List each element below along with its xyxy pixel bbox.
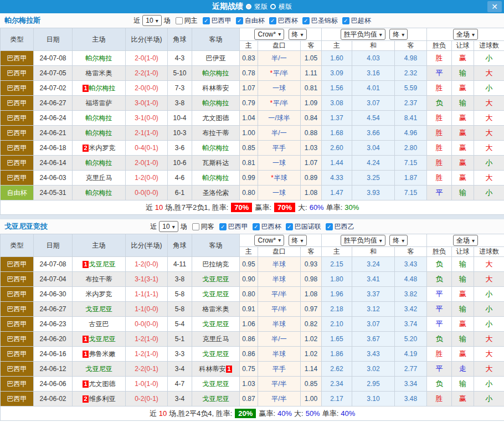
- away-team-name: 瓦斯科达: [203, 159, 229, 167]
- league-checkbox[interactable]: ✓: [236, 17, 243, 24]
- date-cell: 24-07-05: [34, 66, 73, 81]
- league-checkbox[interactable]: ✓: [219, 223, 227, 230]
- date-cell: 24-06-14: [34, 156, 73, 171]
- away-odds-cell: 0.81: [301, 81, 322, 96]
- avg-type-select[interactable]: 胜平负均值▾: [341, 29, 385, 40]
- chevron-down-icon: ▾: [278, 31, 281, 37]
- landscape-radio[interactable]: [270, 4, 276, 9]
- league-label: 巴西杯: [261, 222, 281, 231]
- corner-cell: 3-4: [168, 362, 192, 377]
- summary-text: 单率:: [322, 409, 339, 418]
- avg-type-select[interactable]: 胜平负均值▾: [341, 235, 385, 246]
- portrait-radio[interactable]: [246, 4, 251, 9]
- away-team-cell: 帕尔梅拉: [192, 96, 240, 111]
- corner-cell: 4-6: [168, 171, 192, 186]
- odds-final-select[interactable]: 终▾: [289, 29, 307, 40]
- handicap-cell: 一球: [258, 186, 301, 200]
- same-venue-checkbox[interactable]: [176, 17, 183, 24]
- match-count-select[interactable]: 10▾: [159, 221, 178, 232]
- home-odds-cell: 1.04: [240, 111, 258, 126]
- col-odds-handicap: 盘口: [258, 247, 301, 257]
- table-row: 巴西甲24-07-021帕尔梅拉2-0(0-0)7-3科林蒂安1.07一球0.8…: [1, 81, 504, 96]
- home-team-name: 帕尔梅拉: [86, 129, 112, 137]
- away-team-cell: 巴拉纳竞: [192, 257, 240, 272]
- col-avg-draw: 和: [352, 247, 395, 257]
- avg-away-cell: 5.59: [395, 81, 427, 96]
- away-team-name: 戈亚尼亚: [203, 380, 229, 388]
- league-checkbox[interactable]: ✓: [253, 223, 260, 230]
- handicap-result-cell: 输: [452, 332, 474, 347]
- handicap-result-cell: 输: [452, 302, 474, 317]
- avg-draw-cell: 3.02: [352, 362, 395, 377]
- result-cell: 胜: [427, 51, 452, 66]
- summary-row: 近10场,胜2平4负4, 胜率:20%赢率:40%大:50%单率:40%: [1, 407, 504, 421]
- league-checkbox[interactable]: ✓: [342, 17, 349, 24]
- fulltime-select[interactable]: 全场▾: [453, 235, 478, 246]
- avg-final-select[interactable]: 终▾: [389, 235, 408, 246]
- portrait-radio-label[interactable]: 竖版: [254, 2, 268, 12]
- chevron-down-icon: ▾: [472, 32, 475, 38]
- league-checkbox[interactable]: ✓: [269, 17, 276, 24]
- same-venue-checkbox[interactable]: [192, 223, 199, 230]
- away-odds-cell: 1.02: [301, 347, 322, 362]
- goals-result-cell: 大: [474, 362, 504, 377]
- home-team-cell: 帕尔梅拉: [73, 111, 126, 126]
- league-checkbox[interactable]: ✓: [302, 17, 310, 24]
- home-team-cell: 1戈亚尼亚: [73, 257, 126, 272]
- goals-result-cell: 小: [474, 81, 504, 96]
- avg-home-cell: 1.56: [322, 81, 352, 96]
- away-team-name: 戈亚尼亚: [203, 395, 229, 403]
- odds-company-select[interactable]: Crow*▾: [254, 29, 284, 40]
- avg-away-cell: 2.80: [395, 141, 427, 156]
- result-cell: 负: [427, 257, 452, 272]
- away-team-cell: 尤文图德: [192, 111, 240, 126]
- landscape-radio-label[interactable]: 横版: [279, 2, 292, 12]
- result-cell: 胜: [427, 81, 452, 96]
- section-divider: [0, 215, 504, 219]
- home-team-cell: 1帕尔梅拉: [73, 81, 126, 96]
- league-checkbox[interactable]: ✓: [203, 17, 210, 24]
- away-team-name: 圣洛伦索: [203, 189, 229, 197]
- fulltime-select[interactable]: 全场▾: [453, 29, 478, 40]
- corner-cell: 10-4: [168, 111, 192, 126]
- home-team-name: 戈亚尼亚: [89, 260, 116, 268]
- table-row: 巴西甲24-06-21帕尔梅拉2-1(1-0)10-3布拉干蒂1.00半/一0.…: [1, 126, 504, 141]
- handicap-result-cell: 输: [452, 257, 474, 272]
- avg-draw-cell: 3.37: [352, 287, 395, 302]
- handicap-result-cell: 赢: [452, 111, 474, 126]
- summary-text: 50%: [306, 409, 320, 418]
- date-cell: 24-07-08: [34, 257, 73, 272]
- home-team-cell: 1尤文图德: [73, 377, 126, 392]
- col-odds-home: 主: [240, 247, 258, 257]
- handicap-cell: 半球: [258, 272, 301, 287]
- corner-cell: 4-11: [168, 257, 192, 272]
- odds-final-select[interactable]: 终▾: [289, 235, 307, 246]
- result-cell: 胜: [427, 156, 452, 171]
- date-cell: 24-06-12: [34, 362, 73, 377]
- avg-final-select[interactable]: 终▾: [389, 29, 408, 40]
- avg-away-cell: 4.96: [395, 126, 427, 141]
- team-name: 戈亚尼亚竞技: [4, 222, 48, 231]
- col-score: 比分(半场): [126, 234, 168, 257]
- col-avg-away: 客: [395, 247, 427, 257]
- handicap-cell: 平/半: [258, 377, 301, 392]
- league-checkbox[interactable]: ✓: [326, 223, 333, 230]
- handicap-cell: 一球: [258, 81, 301, 96]
- handicap-value: 平/半: [271, 395, 286, 403]
- date-cell: 24-06-23: [34, 317, 73, 332]
- handicap-cell: *平/半: [258, 96, 301, 111]
- home-team-name: 克里丘马: [86, 174, 112, 182]
- away-team-cell: 戈亚尼亚: [192, 287, 240, 302]
- away-odds-cell: 0.89: [301, 171, 322, 186]
- match-count-select[interactable]: 10▾: [142, 15, 161, 26]
- rate-badge: 70%: [231, 203, 252, 212]
- league-checkbox[interactable]: ✓: [286, 223, 293, 230]
- changed-indicator: *: [271, 174, 274, 182]
- odds-company-select[interactable]: Crow*▾: [254, 235, 284, 246]
- corner-cell: 3-4: [168, 392, 192, 407]
- recent-results-window: 近期战绩 竖版 横版 ✕ 帕尔梅拉斯 近10▾场同主✓巴西甲✓自由杯✓巴西杯✓巴…: [0, 0, 504, 421]
- table-row: 巴西甲24-06-27戈亚尼亚1-1(0-0)5-8格雷米奥0.91平/半0.9…: [1, 302, 504, 317]
- corner-cell: 3-6: [168, 141, 192, 156]
- close-button[interactable]: ✕: [487, 1, 502, 12]
- col-avg-home: 主: [322, 247, 352, 257]
